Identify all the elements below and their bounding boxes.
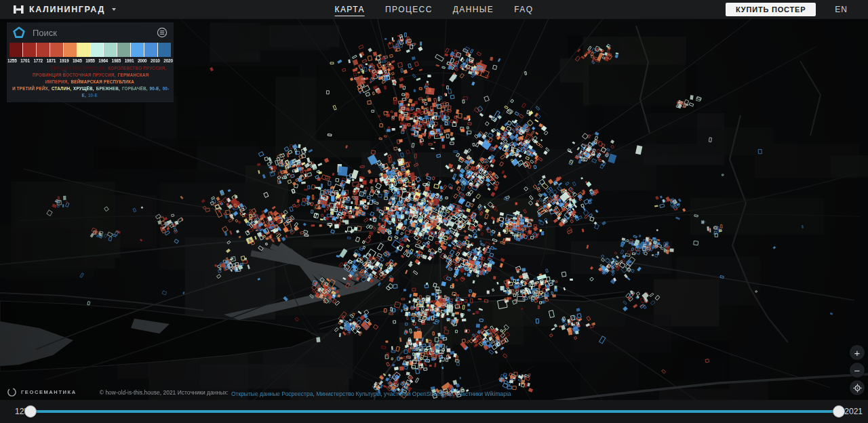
nav-tab-процесс[interactable]: ПРОЦЕСС: [385, 3, 433, 16]
lang-switch[interactable]: EN: [835, 5, 848, 14]
legend-year-label: 1955: [85, 58, 95, 63]
period-label: КОРОЛЕВСТВО ПРУССИЯ,: [108, 66, 166, 70]
geosemantica-label: ГЕОСЕМАНТИКА: [21, 389, 77, 395]
legend-swatch: [77, 43, 91, 57]
attribution-text: © how-old-is-this.house, 2021 Источники …: [100, 389, 229, 396]
app-logo-icon: [13, 26, 25, 39]
legend-menu-icon[interactable]: [157, 27, 167, 38]
legend-swatch: [131, 43, 144, 57]
timeline-end-label: 2021: [844, 407, 863, 416]
period-label: ВЕЙМАРСКАЯ РЕСПУБЛИКА: [71, 79, 134, 84]
legend-year-label: 1871: [47, 58, 56, 63]
attribution-link[interactable]: Министерство Культуры: [316, 390, 380, 397]
legend-year-label: 1964: [98, 58, 108, 63]
attribution-bar: ГЕОСЕМАНТИКА © how-old-is-this.house, 20…: [7, 387, 511, 397]
city-selector[interactable]: КАЛИНИНГРАД: [0, 5, 116, 14]
period-label: ПРОВИНЦИЯ ВОСТОЧНАЯ ПРУССИЯ,: [33, 73, 116, 77]
legend-year-label: 1701: [20, 58, 30, 63]
chevron-down-icon: [112, 8, 116, 11]
legend-year-label: 2010: [151, 58, 160, 63]
timeline-track[interactable]: [35, 410, 834, 413]
legend-swatch: [50, 43, 64, 57]
site-logo-icon: [14, 5, 24, 14]
period-label: ГЕРЦОГСТВО ПРУССИЯ,: [52, 66, 106, 70]
period-label: СТАЛИН,: [52, 86, 71, 91]
zoom-out-button[interactable]: −: [850, 363, 865, 378]
legend-year-label: 1945: [73, 58, 82, 63]
search-input[interactable]: [31, 27, 151, 39]
legend-year-label: 1919: [60, 58, 69, 63]
period-label: 10-Е: [88, 93, 98, 98]
nav-tab-faq[interactable]: FAQ: [514, 3, 533, 16]
legend-swatch: [144, 43, 158, 57]
timeline-bar: 1257 2021: [0, 400, 868, 423]
legend-periods-line3: И ТРЕТИЙ РЕЙХ,СТАЛИН,ХРУЩЁВ,БРЕЖНЕВ,ГОРБ…: [7, 85, 174, 99]
geosemantica-brand[interactable]: ГЕОСЕМАНТИКА: [7, 387, 77, 397]
legend-periods: ГЕРЦОГСТВО ПРУССИЯ,КОРОЛЕВСТВО ПРУССИЯ, …: [7, 65, 174, 99]
legend-swatch: [158, 43, 171, 57]
app-window: КАЛИНИНГРАД КАРТАПРОЦЕССДАННЫЕFAQ КУПИТЬ…: [0, 0, 868, 423]
period-label: 90-Е,: [150, 86, 161, 91]
period-label: ХРУЩЁВ,: [73, 86, 94, 91]
legend-swatches: [9, 43, 171, 57]
locate-button[interactable]: [850, 380, 865, 395]
header: КАЛИНИНГРАД КАРТАПРОЦЕССДАННЫЕFAQ КУПИТЬ…: [0, 0, 868, 19]
legend-year-label: 1991: [125, 58, 134, 63]
legend-year-label: 1772: [33, 58, 43, 63]
period-label: И ТРЕТИЙ РЕЙХ,: [12, 86, 50, 91]
legend-year-label: 2020: [163, 58, 173, 63]
legend-swatch: [9, 43, 23, 57]
period-label: БРЕЖНЕВ,: [96, 86, 120, 91]
legend-swatch: [104, 43, 117, 57]
legend-periods-line1: ГЕРЦОГСТВО ПРУССИЯ,КОРОЛЕВСТВО ПРУССИЯ,: [7, 65, 174, 72]
search-legend-panel: 1255170117721871191919451955196419851991…: [7, 22, 174, 102]
attribution-link[interactable]: участники Wikimapia: [456, 390, 511, 397]
legend-year-label: 2000: [138, 58, 147, 63]
nav-tab-данные[interactable]: ДАННЫЕ: [453, 3, 494, 16]
city-name: КАЛИНИНГРАД: [29, 5, 105, 14]
legend-years: 1255170117721871191919451955196419851991…: [7, 58, 173, 63]
geosemantica-logo-icon: [7, 387, 17, 397]
legend-year-label: 1255: [7, 58, 17, 63]
main-nav: КАРТАПРОЦЕССДАННЫЕFAQ: [335, 3, 534, 16]
legend-swatch: [23, 43, 37, 57]
attribution-link[interactable]: участники OpenStreetMap: [384, 390, 453, 397]
buy-poster-button[interactable]: КУПИТЬ ПОСТЕР: [726, 3, 816, 16]
attribution-link[interactable]: Открытые данные Росреестра: [231, 390, 313, 397]
nav-tab-карта[interactable]: КАРТА: [335, 3, 365, 16]
search-row: [7, 22, 174, 43]
legend-swatch: [91, 43, 104, 57]
timeline-handle-start[interactable]: [24, 405, 37, 418]
timeline-handle-end[interactable]: [833, 405, 845, 418]
legend-swatch: [37, 43, 50, 57]
geolocate-icon: [853, 384, 862, 392]
period-label: ГОРБАЧЁВ,: [122, 86, 148, 91]
legend-swatch: [64, 43, 77, 57]
header-right: КУПИТЬ ПОСТЕР EN: [726, 3, 868, 16]
legend-swatch: [117, 43, 131, 57]
zoom-in-button[interactable]: +: [850, 345, 865, 360]
attribution-links: Открытые данные Росреестра, Министерство…: [231, 386, 511, 399]
legend-year-label: 1985: [112, 58, 121, 63]
legend-periods-line2: ПРОВИНЦИЯ ВОСТОЧНАЯ ПРУССИЯ,ГЕРМАНСКАЯ И…: [7, 72, 174, 85]
